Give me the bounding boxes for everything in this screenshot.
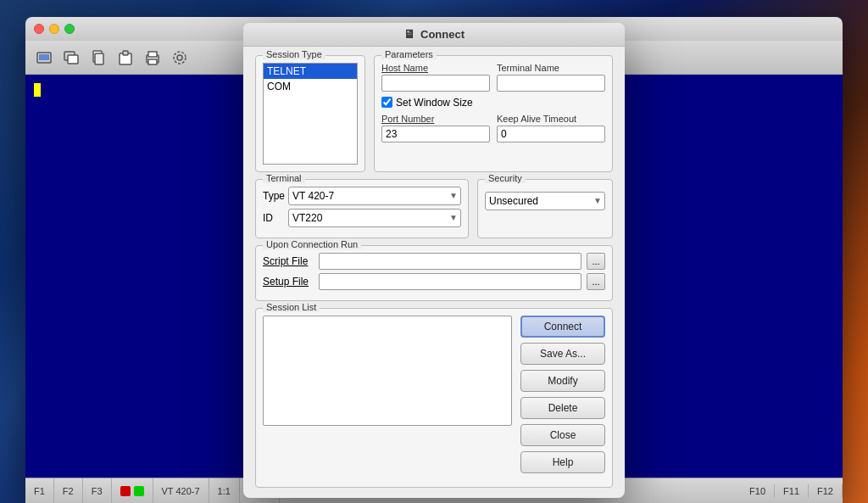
terminal-type-select[interactable]: VT 420-7 VT 220 VT 100 ANSI [288,187,461,205]
setup-file-browse-button[interactable]: ... [587,273,605,290]
security-section: Security Unsecured SSL SSH ▼ [477,179,613,238]
close-button[interactable] [34,24,44,34]
security-select[interactable]: Unsecured SSL SSH [485,192,605,210]
connect-button[interactable]: Connect [520,316,605,338]
security-select-wrapper: Unsecured SSL SSH ▼ [485,192,605,210]
status-f3: F3 [83,478,112,503]
keepalive-label: Keep Alive Timeout [497,114,605,124]
dialog-titlebar: 🖥 Connect [243,23,625,47]
port-row: Port Number Keep Alive Timeout [381,114,605,143]
copy-toolbar-icon[interactable] [88,48,108,68]
dialog-body: Session Type TELNET COM Parameters Host … [243,47,625,496]
terminal-security-row: Terminal Type VT 420-7 VT 220 VT 100 ANS… [255,179,613,238]
session-item-com[interactable]: COM [264,79,357,94]
svg-rect-7 [123,51,128,55]
session-list-row: Connect Save As... Modify Delete Close H… [263,316,605,473]
keepalive-field: Keep Alive Timeout [497,114,605,143]
status-f1: F1 [25,478,54,503]
hostname-row: Host Name Terminal Name [381,63,605,92]
terminal-name-input[interactable] [497,75,605,92]
terminal-id-select[interactable]: VT220 VT100 ANSI [288,209,461,227]
upon-connection-label: Upon Connection Run [263,239,361,249]
delete-button[interactable]: Delete [520,397,605,419]
minimize-button[interactable] [49,24,59,34]
status-ratio: 1:1 [209,478,240,503]
session-list-display[interactable] [263,316,512,426]
session-list-section-label: Session List [263,302,320,312]
print-toolbar-icon[interactable] [142,48,163,68]
status-f11: F11 [775,484,809,498]
terminal-id-label: ID [263,212,283,224]
dialog-title-icon: 🖥 [403,27,415,41]
svg-rect-9 [148,52,157,57]
terminal-cursor [34,83,41,97]
config-toolbar-icon[interactable] [170,48,190,68]
hostname-label: Host Name [381,63,490,73]
terminal-name-label: Terminal Name [497,63,605,73]
set-window-size-label: Set Window Size [396,97,473,109]
save-as-button[interactable]: Save As... [520,343,605,365]
terminal-id-row: ID VT220 VT100 ANSI ▼ [263,209,461,227]
script-file-label: Script File [263,255,314,267]
terminal-type-row: Type VT 420-7 VT 220 VT 100 ANSI ▼ [263,187,461,205]
connect-toolbar-icon[interactable] [34,48,54,68]
setup-file-input[interactable] [319,273,581,290]
svg-rect-5 [95,53,103,64]
svg-rect-1 [39,54,49,60]
script-file-input[interactable] [319,253,581,270]
security-label: Security [485,173,526,183]
session-type-listbox[interactable]: TELNET COM [263,63,358,165]
connect-dialog: 🖥 Connect Session Type TELNET COM Parame… [243,23,625,498]
terminal-section: Terminal Type VT 420-7 VT 220 VT 100 ANS… [255,179,469,238]
terminal-name-field: Terminal Name [497,63,605,92]
port-input[interactable] [381,126,490,143]
set-window-size-checkbox[interactable] [381,97,392,108]
svg-rect-10 [148,59,157,64]
setup-file-label: Setup File [263,276,314,288]
svg-rect-3 [68,55,78,64]
status-f10: F10 [741,484,775,498]
status-terminal-type: VT 420-7 [153,478,209,503]
maximize-button[interactable] [64,24,75,34]
session-buttons: Connect Save As... Modify Delete Close H… [520,316,605,473]
terminal-id-select-wrapper: VT220 VT100 ANSI ▼ [288,209,461,227]
session-type-section: Session Type TELNET COM [255,55,365,172]
modify-button[interactable]: Modify [520,370,605,392]
session-list-area [263,316,512,473]
port-field: Port Number [381,114,490,143]
top-row: Session Type TELNET COM Parameters Host … [255,55,613,172]
parameters-label: Parameters [381,49,437,59]
dialog-title: 🖥 Connect [403,27,465,41]
script-file-row: Script File ... [263,253,605,270]
keepalive-input[interactable] [497,126,605,143]
svg-point-11 [177,55,182,60]
green-indicator [134,486,144,496]
upon-connection-section: Upon Connection Run Script File ... Setu… [255,245,613,301]
svg-point-12 [174,52,186,64]
script-file-browse-button[interactable]: ... [587,253,605,270]
parameters-section: Parameters Host Name Terminal Name [374,55,613,172]
session-toolbar-icon[interactable] [61,48,81,68]
close-button[interactable]: Close [520,424,605,446]
terminal-type-select-wrapper: VT 420-7 VT 220 VT 100 ANSI ▼ [288,187,461,205]
status-f12: F12 [809,484,843,498]
status-indicators [112,478,153,503]
setup-file-row: Setup File ... [263,273,605,290]
hostname-field: Host Name [381,63,490,92]
status-f2: F2 [54,478,83,503]
status-right-keys: F10 F11 F12 [741,484,843,498]
help-button[interactable]: Help [520,451,605,473]
port-label: Port Number [381,114,490,124]
session-type-label: Session Type [263,49,326,59]
session-item-telnet[interactable]: TELNET [264,64,357,79]
set-window-size-row: Set Window Size [381,97,605,109]
session-list-section: Session List Connect Save As... Modify D… [255,308,613,488]
hostname-input[interactable] [381,75,490,92]
terminal-section-label: Terminal [263,173,305,183]
paste-toolbar-icon[interactable] [115,48,136,68]
terminal-type-label: Type [263,190,283,202]
red-indicator [120,486,131,496]
